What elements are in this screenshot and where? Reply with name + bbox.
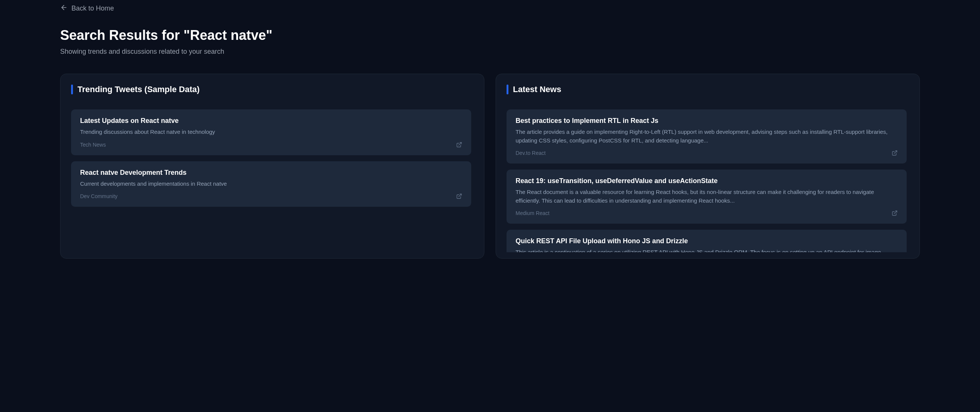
card-title: Latest Updates on React natve <box>80 117 462 125</box>
card-description: The React document is a valuable resourc… <box>515 188 898 205</box>
external-link-icon[interactable] <box>892 210 898 216</box>
page-subtitle: Showing trends and discussions related t… <box>60 48 920 56</box>
svg-line-3 <box>894 151 897 153</box>
latest-news-panel: Latest News Best practices to Implement … <box>496 74 920 259</box>
news-card[interactable]: Quick REST API File Upload with Hono JS … <box>506 230 907 252</box>
external-link-icon[interactable] <box>892 150 898 156</box>
card-title: Best practices to Implement RTL in React… <box>515 117 898 125</box>
panel-header: Trending Tweets (Sample Data) <box>71 84 474 94</box>
news-list: Best practices to Implement RTL in React… <box>506 110 909 252</box>
card-description: Trending discussions about React natve i… <box>80 128 462 137</box>
arrow-left-icon <box>60 4 68 13</box>
trending-tweets-panel: Trending Tweets (Sample Data) Latest Upd… <box>60 74 484 259</box>
tweets-list: Latest Updates on React natve Trending d… <box>71 110 474 207</box>
svg-line-4 <box>894 211 897 213</box>
svg-line-2 <box>459 194 461 197</box>
card-source: Dev.to React <box>515 150 546 156</box>
card-title: React 19: useTransition, useDeferredValu… <box>515 177 898 185</box>
card-source: Dev Community <box>80 193 118 199</box>
panel-accent-bar <box>71 84 73 94</box>
card-footer: Dev Community <box>80 193 462 199</box>
page-title: Search Results for "React natve" <box>60 27 920 43</box>
tweet-card[interactable]: React natve Development Trends Current d… <box>71 161 471 207</box>
svg-line-1 <box>459 143 461 145</box>
card-footer: Dev.to React <box>515 150 898 156</box>
card-title: Quick REST API File Upload with Hono JS … <box>515 237 898 245</box>
panel-header: Latest News <box>506 84 909 94</box>
tweet-card[interactable]: Latest Updates on React natve Trending d… <box>71 110 471 155</box>
external-link-icon[interactable] <box>456 142 462 148</box>
card-footer: Medium React <box>515 210 898 216</box>
card-source: Tech News <box>80 142 106 148</box>
card-source: Medium React <box>515 210 549 216</box>
card-description: The article provides a guide on implemen… <box>515 128 898 145</box>
back-to-home-link[interactable]: Back to Home <box>60 0 114 17</box>
card-description: This article is a continuation of a seri… <box>515 248 898 252</box>
card-title: React natve Development Trends <box>80 169 462 177</box>
news-card[interactable]: React 19: useTransition, useDeferredValu… <box>506 170 907 224</box>
back-label: Back to Home <box>72 5 114 13</box>
panel-title: Latest News <box>513 84 561 94</box>
panel-title: Trending Tweets (Sample Data) <box>78 84 200 94</box>
card-footer: Tech News <box>80 142 462 148</box>
panel-accent-bar <box>506 84 508 94</box>
card-description: Current developments and implementations… <box>80 180 462 188</box>
external-link-icon[interactable] <box>456 193 462 199</box>
news-card[interactable]: Best practices to Implement RTL in React… <box>506 110 907 164</box>
